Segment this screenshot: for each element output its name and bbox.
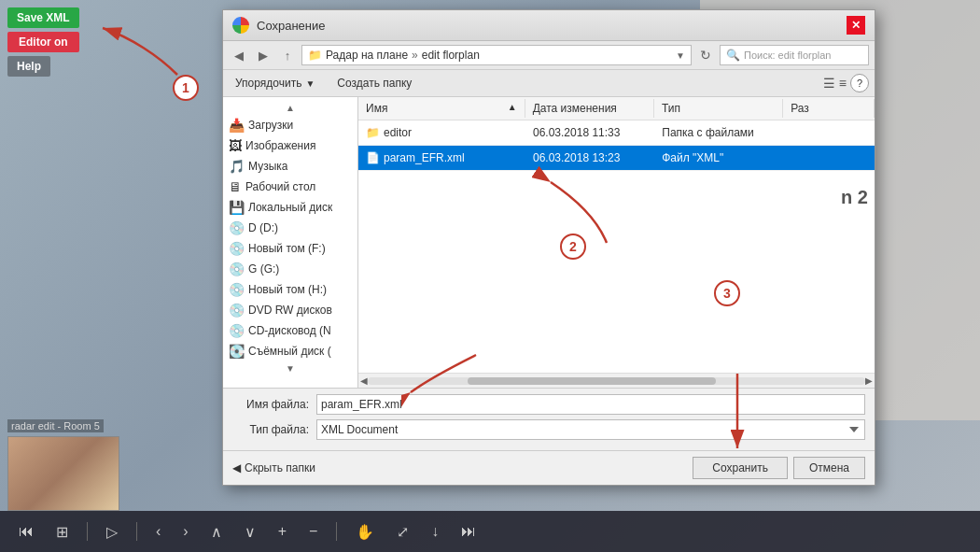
step-1-badge: 1 [173,75,199,101]
sidebar-label-2: Музыка [248,160,287,173]
sidebar-label-4: Локальный диск [248,201,332,214]
sidebar-item-1[interactable]: 🖼Изображения [223,135,357,156]
col-header-name[interactable]: Имя ▲ [358,99,525,118]
folder-icon-9: 💿 [229,303,245,318]
file-list-container: Имя ▲ Дата изменения Тип Раз 📁 editor [358,97,875,388]
nav-up-button[interactable]: ↑ [277,45,298,65]
grid-button[interactable]: ⊞ [52,519,72,545]
dialog-close-button[interactable]: ✕ [847,16,865,35]
sidebar-label-5: D (D:) [248,221,278,234]
col-header-date[interactable]: Дата изменения [525,99,654,118]
file-date-1: 06.03.2018 13:23 [525,149,654,166]
file-row-1[interactable]: 📄 param_EFR.xml 06.03.2018 13:23 Файл "X… [358,146,875,171]
file-size-1 [784,156,875,160]
rewind-button[interactable]: ⏮ [15,519,37,544]
sidebar-item-9[interactable]: 💿DVD RW дисков [223,300,357,320]
dialog-titlebar: Сохранение ✕ [223,10,875,41]
filename-row: Имя файла: [232,394,865,415]
folder-icon-0: 📥 [229,118,245,133]
sidebar-item-8[interactable]: 💿Новый том (H:) [223,279,357,300]
hide-folders-icon: ◀ [232,461,241,474]
file-list-header: Имя ▲ Дата изменения Тип Раз [358,97,875,120]
room-label: n 2 [841,187,868,208]
sidebar-item-11[interactable]: 💽Съёмный диск ( [223,341,357,361]
filename-input[interactable] [316,394,865,415]
folder-icon-7: 💿 [229,262,245,276]
filetype-select[interactable]: XML Document [316,419,865,440]
step-2-badge: 2 [560,234,586,260]
sidebar-item-4[interactable]: 💾Локальный диск [223,197,357,218]
breadcrumb-sep1: » [412,49,418,62]
taskbar-right-0[interactable]: ✋ [352,519,378,545]
sidebar-item-3[interactable]: 🖥Рабочий стол [223,177,357,197]
sidebar-item-5[interactable]: 💿D (D:) [223,218,357,238]
view-list-button[interactable]: ☰ [823,76,835,91]
file-row-0[interactable]: 📁 editor 06.03.2018 11:33 Папка с файлам… [358,120,875,146]
taskbar-right-2[interactable]: ↓ [427,519,442,544]
folder-icon: 📁 [308,49,322,62]
folder-icon-3: 🖥 [229,179,242,194]
sidebar-label-0: Загрузки [248,119,293,132]
taskbar-nav-4[interactable]: + [274,519,290,544]
file-date-0: 06.03.2018 11:33 [525,124,654,141]
new-folder-button[interactable]: Создать папку [329,74,420,92]
taskbar-nav-3[interactable]: ∨ [241,519,259,545]
arrange-dropdown-icon: ▼ [305,78,315,89]
play-button[interactable]: ▷ [103,519,121,545]
editor-on-button[interactable]: Editor on [7,32,79,52]
file-icon-1: 📄 [366,151,380,164]
breadcrumb: 📁 Радар на плане » edit florplan ▼ [301,45,692,65]
sidebar-item-7[interactable]: 💿G (G:) [223,259,357,279]
scroll-up-button[interactable]: ▲ [223,103,357,113]
sidebar-item-10[interactable]: 💿CD-дисковод (N [223,320,357,341]
step-3-badge: 3 [714,280,740,306]
save-button[interactable]: Сохранить [693,457,788,479]
nav-refresh-button[interactable]: ↻ [695,45,716,65]
breadcrumb-dropdown-icon[interactable]: ▼ [676,50,685,61]
hide-folders-button[interactable]: ◀ Скрыть папки [232,461,315,474]
horizontal-scrollbar[interactable]: ◀ ▶ [358,373,875,388]
taskbar-nav-2[interactable]: ∧ [207,519,226,545]
filetype-label: Тип файла: [232,423,316,436]
preview-thumbnail [7,436,119,511]
search-placeholder: Поиск: edit florplan [744,50,831,61]
file-type-1: Файл "XML" [654,149,783,166]
col-header-type[interactable]: Тип [654,99,783,118]
col-header-size[interactable]: Раз [783,99,875,118]
taskbar-right-3[interactable]: ⏭ [457,519,480,544]
preview-label: radar edit - Room 5 [7,419,104,432]
dialog-title: Сохранение [257,19,326,33]
taskbar-nav-5[interactable]: − [305,519,321,544]
sidebar-label-10: CD-дисковод (N [248,324,331,337]
scroll-down-button[interactable]: ▼ [223,363,357,374]
sidebar-item-2[interactable]: 🎵Музыка [223,156,357,177]
dialog-footer: ◀ Скрыть папки Сохранить Отмена [223,450,875,485]
sidebar-label-6: Новый том (F:) [248,242,326,255]
sidebar-item-0[interactable]: 📥Загрузки [223,115,357,135]
breadcrumb-part2: edit florplan [422,49,480,62]
scroll-left-button[interactable]: ◀ [360,375,368,386]
folder-icon-5: 💿 [229,220,245,235]
footer-buttons: Сохранить Отмена [693,457,865,479]
nav-forward-button[interactable]: ▶ [253,45,273,65]
cancel-button[interactable]: Отмена [793,457,865,479]
taskbar-nav-0[interactable]: ‹ [152,519,164,544]
sidebar-item-6[interactable]: 💿Новый том (F:) [223,238,357,259]
nav-back-button[interactable]: ◀ [229,45,249,65]
view-details-button[interactable]: ≡ [839,76,847,91]
help-button[interactable]: Help [7,56,50,77]
toolbar: Save XML Editor on Help [7,7,79,77]
search-icon: 🔍 [726,49,740,62]
new-folder-label: Создать папку [337,77,412,90]
arrange-button[interactable]: Упорядочить ▼ [229,74,321,92]
save-dialog: Сохранение ✕ ◀ ▶ ↑ 📁 Радар на плане » ed… [222,9,875,486]
taskbar-nav-1[interactable]: › [179,519,191,544]
taskbar-right-1[interactable]: ⤢ [393,519,413,545]
file-name-0: 📁 editor [358,124,525,141]
scroll-right-button[interactable]: ▶ [865,375,873,386]
folder-icon-10: 💿 [229,323,245,338]
save-xml-button[interactable]: Save XML [7,7,79,28]
help-icon-button[interactable]: ? [850,74,869,92]
scroll-thumb[interactable] [468,377,717,385]
view-toggle: ☰ ≡ ? [823,74,869,92]
